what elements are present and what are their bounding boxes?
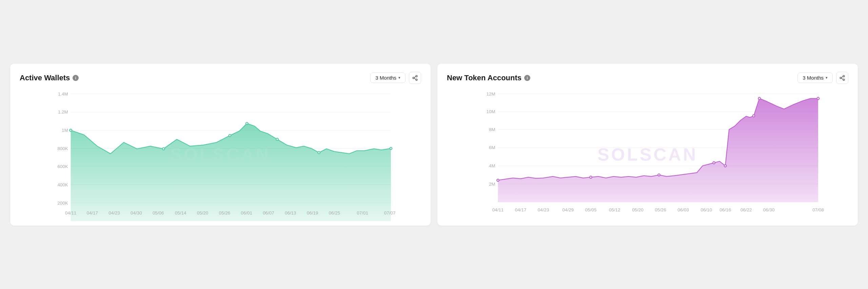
card-controls-2: 3 Months ▾ — [797, 72, 848, 84]
card-title: Active Wallets — [20, 74, 70, 82]
new-token-accounts-card: New Token Accounts i 3 Months ▾ SOLSCAN — [437, 64, 858, 226]
data-point — [229, 134, 231, 137]
svg-text:06/03: 06/03 — [677, 207, 689, 212]
svg-line-3 — [414, 78, 416, 79]
card-controls: 3 Months ▾ — [370, 72, 421, 84]
svg-text:05/12: 05/12 — [609, 207, 620, 212]
svg-text:600K: 600K — [57, 164, 68, 169]
period-label: 3 Months — [375, 75, 396, 81]
svg-text:04/23: 04/23 — [538, 207, 549, 212]
svg-text:2M: 2M — [489, 181, 495, 186]
data-point-2 — [817, 97, 820, 100]
svg-text:06/07: 06/07 — [263, 210, 274, 215]
svg-line-4 — [414, 76, 416, 77]
data-point — [162, 147, 165, 150]
svg-text:12M: 12M — [487, 91, 495, 96]
period-selector[interactable]: 3 Months ▾ — [370, 73, 406, 83]
share-icon-2 — [839, 75, 845, 81]
svg-text:1M: 1M — [62, 127, 68, 132]
svg-text:05/06: 05/06 — [153, 210, 164, 215]
active-wallets-card: Active Wallets i 3 Months ▾ SOLSCAN — [10, 64, 431, 226]
svg-text:04/17: 04/17 — [86, 210, 98, 215]
data-point — [390, 147, 392, 149]
svg-text:06/16: 06/16 — [719, 207, 731, 212]
data-point — [246, 122, 248, 125]
svg-text:10M: 10M — [487, 109, 495, 114]
share-button[interactable] — [409, 72, 421, 84]
svg-text:05/20: 05/20 — [197, 210, 209, 215]
svg-text:06/13: 06/13 — [285, 210, 296, 215]
card-header-2: New Token Accounts i 3 Months ▾ — [447, 72, 848, 84]
svg-text:4M: 4M — [489, 163, 495, 168]
svg-text:05/20: 05/20 — [632, 207, 644, 212]
svg-text:6M: 6M — [489, 145, 495, 150]
svg-text:04/23: 04/23 — [108, 210, 120, 215]
share-button-2[interactable] — [836, 72, 848, 84]
card-title-2: New Token Accounts — [447, 74, 521, 82]
svg-text:04/30: 04/30 — [131, 210, 142, 215]
svg-text:200K: 200K — [57, 200, 68, 205]
svg-text:06/10: 06/10 — [701, 207, 712, 212]
svg-text:07/07: 07/07 — [384, 210, 396, 215]
chart-svg-tokens: 12M 10M 8M 6M 4M 2M — [447, 90, 848, 219]
svg-text:04/29: 04/29 — [563, 207, 574, 212]
chart-area-tokens: SOLSCAN 12M 10M 8M 6M 4M 2M — [447, 90, 848, 219]
data-point-2 — [758, 97, 761, 100]
svg-text:04/11: 04/11 — [65, 210, 77, 215]
data-point-2 — [713, 162, 715, 164]
info-icon-2[interactable]: i — [524, 75, 530, 81]
chevron-down-icon: ▾ — [398, 76, 400, 80]
svg-text:05/26: 05/26 — [655, 207, 666, 212]
svg-text:8M: 8M — [489, 127, 495, 132]
chart-svg-wallets: 1.4M 1.2M 1M 800K 600K 400K 200K — [20, 90, 421, 219]
data-point-2 — [497, 179, 499, 181]
data-point-2 — [724, 165, 727, 167]
svg-text:06/22: 06/22 — [741, 207, 752, 212]
svg-text:06/19: 06/19 — [307, 210, 318, 215]
svg-text:06/25: 06/25 — [329, 210, 340, 215]
svg-line-38 — [841, 76, 843, 77]
data-point-2 — [658, 174, 660, 176]
info-icon[interactable]: i — [73, 75, 79, 81]
chevron-down-icon-2: ▾ — [826, 76, 828, 80]
area-fill — [71, 123, 391, 221]
card-header: Active Wallets i 3 Months ▾ — [20, 72, 421, 84]
svg-text:1.4M: 1.4M — [58, 91, 68, 96]
svg-text:04/11: 04/11 — [492, 207, 504, 212]
share-icon — [412, 75, 418, 81]
svg-text:400K: 400K — [57, 182, 68, 187]
data-point-2 — [590, 176, 592, 178]
svg-line-37 — [841, 78, 843, 79]
svg-text:07/08: 07/08 — [812, 207, 824, 212]
svg-text:05/14: 05/14 — [175, 210, 186, 215]
data-point — [70, 129, 72, 131]
dashboard: Active Wallets i 3 Months ▾ SOLSCAN — [10, 64, 858, 226]
data-point — [318, 151, 320, 154]
period-selector-2[interactable]: 3 Months ▾ — [797, 73, 833, 83]
svg-text:04/17: 04/17 — [515, 207, 527, 212]
svg-text:06/30: 06/30 — [763, 207, 775, 212]
data-point-2 — [753, 115, 755, 117]
svg-text:05/05: 05/05 — [585, 207, 597, 212]
area-fill-2 — [498, 98, 818, 202]
chart-area-wallets: SOLSCAN 1.4M 1.2M 1M 800K 600K 400K 200K — [20, 90, 421, 219]
data-point — [276, 138, 278, 140]
title-group-2: New Token Accounts i — [447, 74, 530, 82]
svg-text:07/01: 07/01 — [357, 210, 368, 215]
svg-text:1.2M: 1.2M — [58, 109, 68, 115]
period-label-2: 3 Months — [803, 75, 824, 81]
svg-text:800K: 800K — [57, 146, 68, 151]
svg-text:06/01: 06/01 — [241, 210, 252, 215]
svg-text:05/26: 05/26 — [219, 210, 231, 215]
title-group: Active Wallets i — [20, 74, 79, 82]
